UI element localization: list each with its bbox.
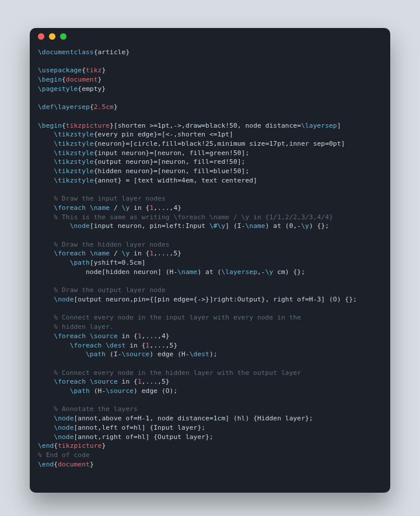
token: \path <box>86 350 106 358</box>
token: \documentclass <box>38 48 94 56</box>
token: } <box>102 442 106 450</box>
token: tikzpicture <box>58 442 102 450</box>
token <box>38 424 54 431</box>
token: \node <box>54 296 74 303</box>
token: ) edge (O); <box>134 387 177 395</box>
token: {output neuron}=[neuron, fill=red!50]; <box>94 158 246 166</box>
token: in { <box>130 250 149 257</box>
token <box>38 140 54 148</box>
window-titlebar <box>30 28 390 44</box>
token <box>86 204 90 212</box>
token <box>38 222 70 230</box>
token: {input neuron}=[neuron, fill=green!50]; <box>94 149 250 157</box>
token: \dest <box>106 342 125 349</box>
token: \begin <box>38 122 62 129</box>
token <box>38 250 54 257</box>
token: [yshift=0.5cm] <box>90 259 146 266</box>
token: ,...,4} <box>153 204 181 212</box>
token: ) edge (H- <box>149 350 189 358</box>
token: [annot,left of=hl] {Input layer}; <box>74 424 206 431</box>
token: \foreach <box>54 332 86 340</box>
token: } <box>98 76 102 83</box>
token <box>38 149 54 157</box>
token: \name <box>245 222 265 230</box>
token: ,...,4} <box>142 332 170 340</box>
token: in { <box>125 342 145 349</box>
token: { <box>62 122 66 129</box>
token: \source <box>90 332 118 340</box>
comment: % Connect every node in the input layer … <box>38 314 301 321</box>
token: ) {}; <box>309 222 329 230</box>
token: ,...,5} <box>142 378 170 385</box>
token <box>86 250 90 257</box>
token: in { <box>130 204 149 212</box>
token: 2.5cm <box>94 103 114 111</box>
token <box>38 342 70 349</box>
token <box>38 259 70 266</box>
token <box>38 167 54 175</box>
token: \node <box>54 415 74 422</box>
comment: % This is the same as writing \foreach \… <box>38 213 333 221</box>
token: \tikzstyle <box>54 131 93 138</box>
token: } <box>90 461 94 468</box>
token: {empty} <box>78 85 106 93</box>
token: \source <box>122 350 150 358</box>
token <box>38 387 70 395</box>
token: \name <box>90 204 110 212</box>
comment: % hidden layer. <box>38 323 114 331</box>
token: (I- <box>106 350 121 358</box>
token: \pagestyle <box>38 85 78 93</box>
token: cm) {}; <box>273 268 305 276</box>
comment: % Draw the hidden layer nodes <box>38 241 170 248</box>
token: [annot,right of=hl] {Output layer}; <box>74 433 214 441</box>
token: } <box>102 66 106 74</box>
token <box>38 177 54 184</box>
token: / <box>110 204 122 212</box>
token: \tikzstyle <box>54 167 93 175</box>
comment: % Annotate the layers <box>38 405 138 413</box>
token <box>86 332 90 340</box>
token: \dest <box>190 350 209 358</box>
comment: % End of code <box>38 451 90 459</box>
token: document <box>66 76 98 83</box>
token: \tikzstyle <box>54 158 93 166</box>
token: \begin <box>38 76 62 83</box>
token <box>38 433 54 441</box>
zoom-icon[interactable] <box>60 33 66 40</box>
token <box>38 378 54 385</box>
code-window: \documentclass{article} \usepackage{tikz… <box>30 28 390 493</box>
token: / <box>110 250 122 257</box>
token: \node <box>54 424 74 431</box>
token: \foreach <box>54 204 86 212</box>
token: [annot,above of=H-1, node distance=1cm] … <box>74 415 313 422</box>
token: \end <box>38 461 54 468</box>
token <box>38 204 54 212</box>
token: node[hidden neuron] (H- <box>38 268 177 276</box>
token: } <box>114 103 118 111</box>
token <box>86 378 90 385</box>
token <box>38 415 54 422</box>
comment: % Draw the output layer node <box>38 286 166 294</box>
close-icon[interactable] <box>38 33 44 40</box>
token: \node <box>54 433 74 441</box>
code-block: \documentclass{article} \usepackage{tikz… <box>30 44 390 477</box>
token: }[shorten >=1pt,->,draw=black!50, node d… <box>110 122 301 129</box>
token: ] <box>337 122 341 129</box>
token: \name <box>90 250 110 257</box>
token: [output neuron,pin={[pin edge={->}]right… <box>74 296 357 303</box>
token: {neuron}=[circle,fill=black!25,minimum s… <box>94 140 345 148</box>
token <box>38 296 54 303</box>
token: \tikzstyle <box>54 140 93 148</box>
token: \path <box>70 387 90 395</box>
token: \layersep <box>221 268 257 276</box>
token: { <box>62 76 66 83</box>
minimize-icon[interactable] <box>49 33 55 40</box>
token: ] (I- <box>225 222 245 230</box>
token <box>38 332 54 340</box>
token: \path <box>70 259 90 266</box>
token: ,...,5} <box>153 250 181 257</box>
token: \def\layersep <box>38 103 90 111</box>
token: {article} <box>94 48 130 56</box>
token: in { <box>118 332 138 340</box>
token: document <box>58 461 90 468</box>
